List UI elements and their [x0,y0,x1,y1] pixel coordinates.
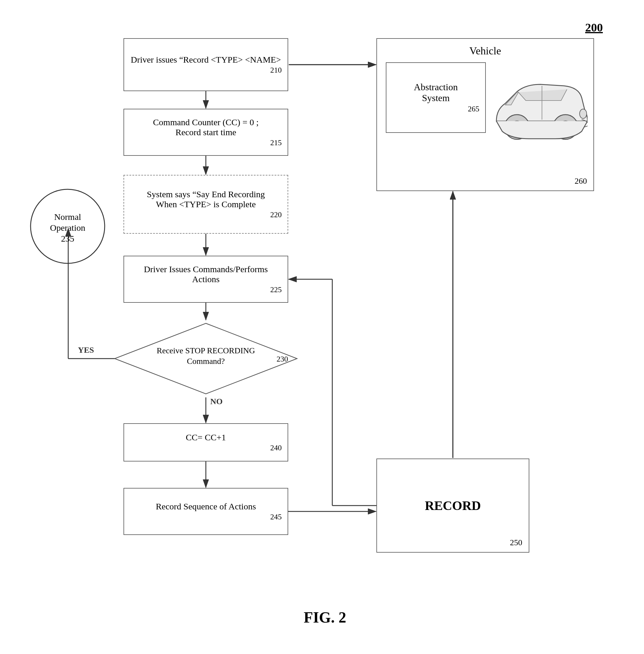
box-240-label: CC= CC+1 [186,433,226,442]
figure-number: 200 [585,21,603,34]
normal-operation-ellipse: Normal Operation 235 [29,188,106,264]
record-ref: 250 [510,538,522,547]
svg-text:Command?: Command? [187,356,225,366]
box-215: Command Counter (CC) = 0 ;Record start t… [123,109,288,156]
box-220-label: System says “Say End RecordingWhen <TYPE… [147,189,265,209]
box-245: Record Sequence of Actions 245 [123,488,288,535]
box-225-label: Driver Issues Commands/PerformsActions [144,264,268,284]
box-240: CC= CC+1 240 [123,423,288,462]
abstraction-label: AbstractionSystem [414,82,458,103]
diamond-230: Receive STOP RECORDING Command? 230 [109,320,303,397]
svg-point-13 [580,109,586,118]
box-215-ref: 215 [270,138,282,147]
box-245-label: Record Sequence of Actions [156,501,256,511]
box-240-ref: 240 [270,444,282,452]
box-245-ref: 245 [270,513,282,521]
box-210-label: Driver issues “Record <TYPE> <NAME> [131,55,281,65]
svg-text:235: 235 [61,234,74,243]
svg-text:Operation: Operation [50,223,85,233]
abstraction-ref: 265 [468,104,479,114]
svg-text:230: 230 [277,355,288,363]
figure-caption: FIG. 2 [304,609,346,626]
record-box: RECORD 250 [376,459,529,553]
box-220: System says “Say End RecordingWhen <TYPE… [123,175,288,234]
car-illustration [487,62,588,156]
svg-text:YES: YES [78,345,94,354]
abstraction-system-box: AbstractionSystem 265 [386,62,486,133]
vehicle-box: Vehicle 260 AbstractionSystem 265 [376,38,594,191]
vehicle-ref: 260 [575,177,587,186]
box-225: Driver Issues Commands/PerformsActions 2… [123,256,288,303]
vehicle-label: Vehicle [377,45,593,57]
svg-text:Receive STOP RECORDING: Receive STOP RECORDING [157,346,255,355]
svg-text:NO: NO [210,397,223,406]
svg-text:Normal: Normal [54,212,81,221]
box-225-ref: 225 [270,285,282,294]
box-220-ref: 220 [270,210,282,219]
box-215-label: Command Counter (CC) = 0 ;Record start t… [153,117,258,137]
box-210-ref: 210 [270,66,282,75]
record-label: RECORD [425,498,481,513]
box-210: Driver issues “Record <TYPE> <NAME> 210 [123,38,288,91]
